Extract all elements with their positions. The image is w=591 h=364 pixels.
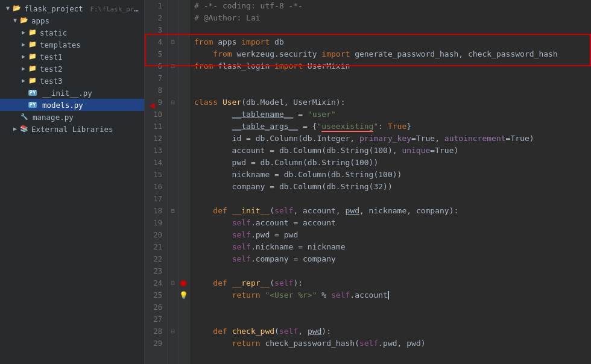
line-num-25: 25 [150,289,162,301]
sidebar-item-init[interactable]: __init__.py [0,87,144,99]
true-kw: True [388,121,406,133]
bp-10 [179,108,189,121]
bp-11 [179,121,189,133]
params18: , account, [293,205,345,217]
line-num-17: 17 [150,193,162,205]
manage-label: manage.py [33,113,142,122]
fold-27 [168,313,178,325]
text-cursor [388,291,389,300]
code-area[interactable]: # -*- coding: utf-8 -*- # @Author: Lai f… [189,0,591,364]
fold-22 [168,253,178,265]
line-num-18: 18 [150,205,162,217]
bp-18 [179,205,189,217]
templates-folder-icon [28,40,37,49]
line15-text: nickname = db.Column(db.String(100)) [194,169,402,181]
kw-from6: from [194,60,213,72]
kw-from: from [194,36,213,48]
fold-28[interactable]: ⊟ [168,325,178,337]
sidebar-item-test2[interactable]: test2 [0,63,144,75]
dot21: .nickname = nickname [251,241,346,253]
line-num-8: 8 [150,84,162,96]
code-line-10: __tablename__ = "user" [194,108,591,121]
bp-25[interactable]: 💡 [179,289,189,301]
sidebar-item-apps[interactable]: apps [0,14,144,27]
unique: unique [402,145,430,157]
pwd-param18: pwd [345,205,359,217]
code-line-2: # @Author: Lai [194,12,591,24]
sidebar-item-label: flask_project F:\flask_project [24,4,142,13]
sidebar-item-extlibs[interactable]: 📚 External Libraries [0,123,144,135]
sidebar-item-test3[interactable]: test3 [0,75,144,87]
fold-14 [168,157,178,169]
bp-8 [179,84,189,96]
sidebar-item-static[interactable]: static [0,27,144,39]
sidebar-item-models[interactable]: models.py ◀ [0,99,144,111]
sidebar-item-flask-project[interactable]: flask_project F:\flask_project [0,2,144,14]
test1-label: test1 [40,52,142,61]
fold-6[interactable]: ⊟ [168,60,178,72]
fold-1 [168,0,178,12]
fold-9[interactable]: ⊟ [168,96,178,108]
code-line-3 [194,24,591,36]
line-num-11: 11 [150,121,162,133]
kw-import6: import [274,60,303,72]
code-line-19: self .account = account [194,217,591,229]
init-func: __init__ [232,205,270,217]
code-line-24: def __repr__ ( self ): [194,277,591,289]
fold-18[interactable]: ⊟ [168,205,178,217]
bp-20 [179,229,189,241]
bp-6 [179,60,189,72]
self29: self [359,337,378,350]
class-params: (db.Model, UserMixin): [241,96,345,108]
brace11: } [406,121,411,133]
test1-folder-icon [28,52,37,61]
bp-12 [179,133,189,145]
code-line-12: id = db.Column(db.Integer, primary_key =… [194,133,591,145]
editor-content: 1 2 3 4 5 6 7 8 9 10 11 12 13 14 15 16 1… [145,0,591,364]
bp-5 [179,48,189,60]
fold-29 [168,337,178,350]
bp-24[interactable] [179,277,189,289]
fold-4[interactable]: ⊟ [168,36,178,48]
self20: self [232,229,251,241]
fold-24[interactable]: ⊟ [168,277,178,289]
line-num-12: 12 [150,133,162,145]
line-num-13: 13 [150,145,162,157]
fold-7 [168,72,178,84]
colon11: : [378,121,388,133]
extlib-icon: 📚 [19,124,29,134]
bp-9 [179,96,189,108]
chevron-icon [19,64,28,73]
self-kw18: self [274,205,293,217]
code-line-11: __table_args__ = { "useexisting" : True … [194,121,591,133]
check-fn: check_password_hash( [265,337,359,350]
true13: =True) [430,145,458,157]
indent24 [194,277,213,289]
kw-return29: return [232,337,265,350]
fold-21 [168,241,178,253]
str-useexisting: "useexisting" [317,121,379,133]
kw-def18: def [213,205,232,217]
kw-def28: def [213,325,232,337]
tableargs-attr: __table_args__ [232,121,299,133]
self19: self [232,217,251,229]
line-num-7: 7 [150,72,162,84]
sidebar-item-test1[interactable]: test1 [0,51,144,63]
line-num-4: 4 [150,36,162,48]
code-line-13: account = db.Column(db.String(100), uniq… [194,145,591,157]
line-num-5: 5 [150,48,162,60]
indent5 [194,48,213,60]
chevron-icon [19,52,28,61]
sidebar-item-templates[interactable]: templates [0,39,144,51]
sidebar-item-manage[interactable]: 🔧 manage.py [0,111,144,123]
code-line-20: self .pwd = pwd [194,229,591,241]
primary-key: primary_key [359,133,411,145]
bp-14 [179,157,189,169]
bp-23 [179,265,189,277]
test3-folder-icon [28,76,37,86]
str-user-repr: "<User %r>" [265,289,317,301]
line-num-21: 21 [150,241,162,253]
line-num-6: 6 [150,60,162,72]
line-num-26: 26 [150,301,162,313]
line-num-2: 2 [150,12,162,24]
